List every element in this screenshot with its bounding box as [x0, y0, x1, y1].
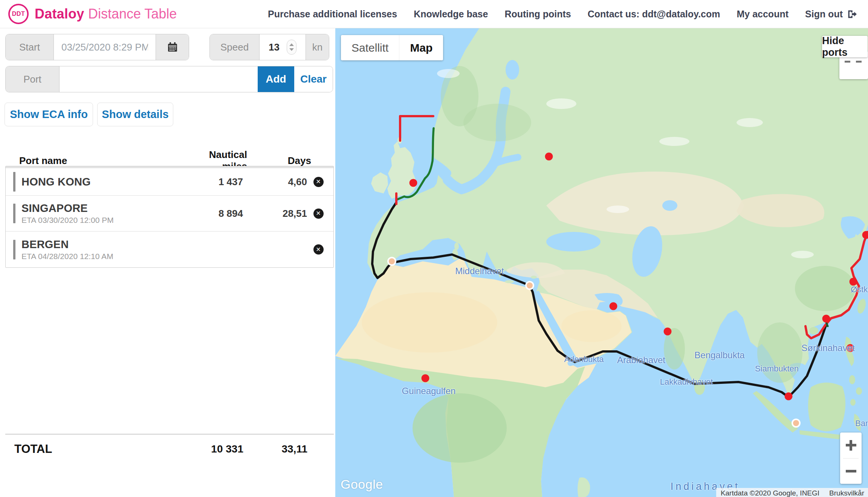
dataloy-logo[interactable]: DDT Dataloy Distance Table: [8, 4, 177, 24]
port-eta: ETA 04/28/2020 12:10 AM: [21, 252, 179, 261]
speed-input[interactable]: [260, 41, 286, 53]
port-label: Port: [6, 66, 60, 92]
port-name: SINGAPORE: [21, 202, 179, 215]
fullscreen-icon: [856, 61, 862, 63]
port-dot-red[interactable]: [410, 179, 417, 187]
map-type-toggle: Satellitt Map: [341, 35, 443, 60]
plus-icon: [850, 440, 852, 451]
route-planner-panel: Start Speed kn: [0, 28, 335, 497]
nav-contact-us[interactable]: Contact us: ddt@dataloy.com: [588, 9, 720, 20]
table-row-bergen: BERGEN ETA 04/28/2020 12:10 AM ✕: [6, 232, 333, 267]
black-sea: [546, 232, 601, 252]
port-dot-red[interactable]: [610, 302, 617, 310]
island-borneo: [808, 382, 845, 431]
drag-handle[interactable]: [13, 240, 15, 259]
start-datetime-group: Start: [5, 34, 189, 60]
port-dot-orange[interactable]: [388, 258, 396, 265]
table-row-singapore: SINGAPORE ETA 03/30/2020 12:00 PM 8 894 …: [6, 196, 333, 232]
top-nav: Purchase additional licenses Knowledge b…: [268, 9, 857, 20]
island-hainan: [809, 327, 818, 334]
add-port-button[interactable]: Add: [258, 66, 294, 92]
port-dot-orange[interactable]: [792, 419, 800, 427]
remove-port-button[interactable]: ✕: [307, 209, 330, 219]
route-table: HONG KONG 1 437 4,60 ✕ SINGAPORE ETA 03/…: [5, 166, 334, 268]
attribution-text: Kartdata ©2020 Google, INEGI: [721, 489, 819, 497]
fullscreen-icon: [845, 61, 850, 63]
total-label: TOTAL: [14, 442, 179, 456]
arabia-highlight: [561, 310, 622, 342]
port-dot-red[interactable]: [850, 278, 857, 286]
drag-handle[interactable]: [13, 204, 15, 223]
port-dot-red[interactable]: [545, 153, 553, 161]
port-miles: 1 437: [179, 176, 243, 188]
port-eta: ETA 03/30/2020 12:00 PM: [21, 216, 179, 225]
terms-link[interactable]: Bruksvilkår: [829, 489, 864, 497]
nav-knowledge-base[interactable]: Knowledge base: [414, 9, 488, 20]
nav-sign-out[interactable]: Sign out: [805, 9, 857, 20]
port-dot-red[interactable]: [822, 315, 830, 323]
port-dot-red[interactable]: [785, 393, 793, 400]
calendar-button[interactable]: [156, 34, 189, 60]
island-sri-lanka: [694, 380, 705, 395]
remove-port-button[interactable]: ✕: [307, 244, 330, 255]
island-crete: [505, 280, 514, 283]
nav-routing-points[interactable]: Routing points: [504, 9, 571, 20]
map-attribution: Kartdata ©2020 Google, INEGI Bruksvilkår: [716, 488, 868, 497]
total-row: TOTAL 10 331 33,11: [5, 442, 334, 456]
clear-button[interactable]: Clear: [294, 66, 333, 92]
port-dot-orange[interactable]: [526, 282, 533, 289]
table-row-hong-kong: HONG KONG 1 437 4,60 ✕: [6, 168, 333, 196]
island-philippines: [850, 399, 856, 406]
speed-stepper[interactable]: [287, 40, 296, 55]
nav-purchase-licenses[interactable]: Purchase additional licenses: [268, 9, 397, 20]
port-name: BERGEN: [21, 238, 179, 251]
total-divider: [5, 434, 334, 435]
port-days: 28,51: [243, 208, 307, 219]
calendar-icon: [167, 41, 179, 53]
drag-handle[interactable]: [13, 172, 15, 192]
sign-out-icon: [847, 9, 857, 19]
white-sea: [506, 60, 519, 80]
remove-icon: ✕: [313, 177, 324, 187]
remove-port-button[interactable]: ✕: [307, 177, 330, 187]
ddt-logo-icon: DDT: [8, 4, 29, 24]
product-name: Distance Table: [88, 6, 177, 21]
island-corsica: [454, 242, 459, 250]
brand-name: Dataloy: [35, 6, 84, 21]
port-add-group: Port Add Clear: [5, 66, 333, 92]
total-miles: 10 331: [179, 443, 243, 455]
port-input[interactable]: [60, 66, 258, 92]
remove-icon: ✕: [313, 209, 324, 219]
map-toggle-button[interactable]: Map: [399, 35, 443, 60]
map-zoom-control: [840, 433, 862, 484]
start-datetime-input[interactable]: [54, 34, 156, 60]
show-eca-info-button[interactable]: Show ECA info: [5, 103, 93, 126]
satellite-toggle-button[interactable]: Satellitt: [341, 35, 399, 60]
speed-label: Speed: [210, 34, 260, 60]
zoom-out-button[interactable]: [840, 459, 862, 484]
total-days: 33,11: [243, 443, 307, 455]
port-days: 4,60: [243, 176, 307, 188]
column-port-name: Port name: [19, 155, 183, 167]
nav-my-account[interactable]: My account: [737, 9, 789, 20]
port-dot-red[interactable]: [664, 328, 672, 336]
column-days: Days: [247, 155, 311, 167]
minus-icon: [846, 470, 856, 472]
stepper-down-icon[interactable]: [289, 48, 294, 51]
island-cyprus: [531, 276, 537, 279]
port-name: HONG KONG: [21, 176, 179, 188]
app-header: DDT Dataloy Distance Table Purchase addi…: [0, 0, 868, 28]
port-dot-red[interactable]: [847, 344, 854, 352]
google-logo: Google: [341, 477, 383, 492]
aral-sea: [662, 200, 677, 211]
hide-ports-button[interactable]: Hide ports: [822, 36, 868, 57]
route-map[interactable]: Middelhavet Adenbukta Arabiahavet Bengal…: [335, 28, 868, 497]
port-dot-red[interactable]: [422, 374, 429, 382]
sahara-highlight: [362, 292, 497, 353]
island-philippines: [849, 375, 855, 384]
zoom-in-button[interactable]: [840, 433, 862, 458]
world-map-canvas: [335, 28, 868, 497]
speed-group: Speed kn: [209, 34, 329, 60]
stepper-up-icon[interactable]: [289, 43, 294, 46]
show-details-button[interactable]: Show details: [97, 103, 173, 126]
